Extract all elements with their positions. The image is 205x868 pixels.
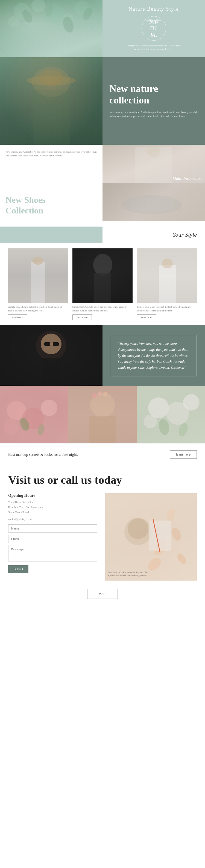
nature-beauty-section: Nature Beauty Style NA-TU-RE Sample text… <box>0 0 205 57</box>
svg-point-38 <box>41 400 57 416</box>
contact-email: contact@bestnye.com <box>8 518 97 521</box>
svg-rect-32 <box>53 342 59 346</box>
svg-point-27 <box>162 258 173 268</box>
message-field[interactable] <box>8 545 97 561</box>
outfit-inspiration-image: Outfit Inspiration <box>102 145 205 183</box>
svg-point-53 <box>144 414 157 428</box>
contact-grid: Opening Hours Tue - Thurs: 9am - 5pm Fri… <box>8 493 197 581</box>
svg-rect-17 <box>130 198 174 212</box>
svg-point-13 <box>39 70 63 86</box>
collection-section: New naturecollection New season, new war… <box>0 57 205 145</box>
name-field[interactable] <box>8 524 97 532</box>
photos-grid: Sample text. Click to select the text bo… <box>0 243 205 326</box>
nature-emblem: NA-TU-RE <box>142 16 166 41</box>
photo-caption-2: Sample text. Click to select the text bo… <box>72 305 133 313</box>
svg-point-48 <box>108 395 111 398</box>
bottom-photo-white-flowers <box>137 386 205 443</box>
more-button-area: More <box>0 581 205 610</box>
cta-section: Best makeup secrets & looks for a date n… <box>0 443 205 465</box>
hours-row-3: Sun - Mon: Closed <box>8 510 97 515</box>
flowers-bg <box>0 0 102 57</box>
visit-section: Visit us or call us today Opening Hours … <box>0 465 205 580</box>
contact-left: Opening Hours Tue - Thurs: 9am - 5pm Fri… <box>8 493 100 581</box>
svg-point-15 <box>147 146 160 157</box>
bottom-photos-section <box>0 386 205 443</box>
svg-rect-19 <box>31 262 45 303</box>
quote-section: "Twenty years from now you will be more … <box>0 326 205 386</box>
svg-point-47 <box>103 392 108 397</box>
photo-caption-1: Sample text. Click to select the text bo… <box>8 305 68 313</box>
photo-item-1: Sample text. Click to select the text bo… <box>5 248 70 326</box>
photo-item-3: Sample text. Click to select the text bo… <box>135 248 200 326</box>
quote-portrait <box>0 326 102 386</box>
svg-point-58 <box>128 518 148 539</box>
submit-button[interactable]: Submit <box>8 565 28 573</box>
shoes-image <box>102 183 205 221</box>
nature-title: Nature Beauty Style <box>129 6 179 12</box>
more-button[interactable]: More <box>87 589 118 599</box>
outfit-left-text: New season, new wardrobe. As the tempera… <box>5 150 97 157</box>
bottom-photo-woman-flowers <box>68 386 137 443</box>
woman-nature-bg <box>0 57 102 145</box>
quote-text: "Twenty years from now you will be more … <box>118 341 190 371</box>
cta-text: Best makeup secrets & looks for a date n… <box>8 452 78 458</box>
email-field[interactable] <box>8 535 97 543</box>
svg-rect-31 <box>44 342 50 346</box>
outfit-right: Outfit Inspiration <box>102 145 205 221</box>
bottom-photo-roses <box>0 386 68 443</box>
svg-point-3 <box>8 17 19 27</box>
photo-image-2 <box>72 248 133 303</box>
nature-left-image <box>0 0 102 57</box>
quote-right: "Twenty years from now you will be more … <box>102 326 205 386</box>
view-more-btn-3[interactable]: view more <box>137 314 156 320</box>
hours-row-2: Fri - Sun: 7pm | Sat: 8am - 4pm <box>8 505 97 510</box>
photo-image-1 <box>8 248 68 303</box>
photo-image-3 <box>137 248 197 303</box>
svg-rect-11 <box>33 90 70 145</box>
collection-left-image <box>0 57 102 145</box>
view-more-btn-2[interactable]: view more <box>72 314 92 320</box>
your-style-banner: Your Style <box>0 226 205 243</box>
svg-point-52 <box>183 394 200 410</box>
opening-hours-title: Opening Hours <box>8 493 97 498</box>
your-style-right: Your Style <box>102 226 205 243</box>
learn-more-button[interactable]: learn more <box>170 451 197 459</box>
your-style-label: Your Style <box>173 231 197 238</box>
your-style-bar <box>0 226 102 243</box>
nature-sample-text: Sample text. Click to select this text b… <box>126 44 181 51</box>
quote-box: "Twenty years from now you will be more … <box>111 335 197 376</box>
svg-rect-64 <box>149 521 171 551</box>
svg-point-1 <box>31 0 45 12</box>
svg-rect-26 <box>159 265 176 303</box>
svg-point-20 <box>32 256 43 265</box>
svg-rect-23 <box>94 273 111 303</box>
svg-point-22 <box>93 254 112 276</box>
contact-right-note: Sample text. Click to select the text bo… <box>108 571 149 577</box>
hours-row-1: Tue - Thurs: 9am - 5pm <box>8 500 97 505</box>
view-more-btn-1[interactable]: view more <box>8 314 27 320</box>
photo-caption-3: Sample text. Click to select the text bo… <box>137 305 197 313</box>
nature-right-content: Nature Beauty Style NA-TU-RE Sample text… <box>102 0 205 57</box>
outfit-left: New season, new wardrobe. As the tempera… <box>0 145 102 221</box>
visit-title: Visit us or call us today <box>8 473 197 486</box>
svg-point-39 <box>3 419 19 435</box>
collection-right-content: New naturecollection New season, new war… <box>102 57 205 145</box>
svg-rect-34 <box>42 358 60 385</box>
collection-title: New naturecollection <box>109 83 198 106</box>
svg-point-46 <box>97 392 102 396</box>
collection-description: New season, new wardrobe. As the tempera… <box>109 110 198 119</box>
photo-item-2: Sample text. Click to select the text bo… <box>70 248 135 326</box>
outfit-section: New season, new wardrobe. As the tempera… <box>0 145 205 221</box>
svg-rect-44 <box>89 416 116 443</box>
shoes-title: New ShoesCollection <box>5 195 97 216</box>
outfit-label: Outfit Inspiration <box>173 176 202 181</box>
svg-point-45 <box>92 393 97 398</box>
contact-image: Sample text. Click to select the text bo… <box>105 493 197 581</box>
